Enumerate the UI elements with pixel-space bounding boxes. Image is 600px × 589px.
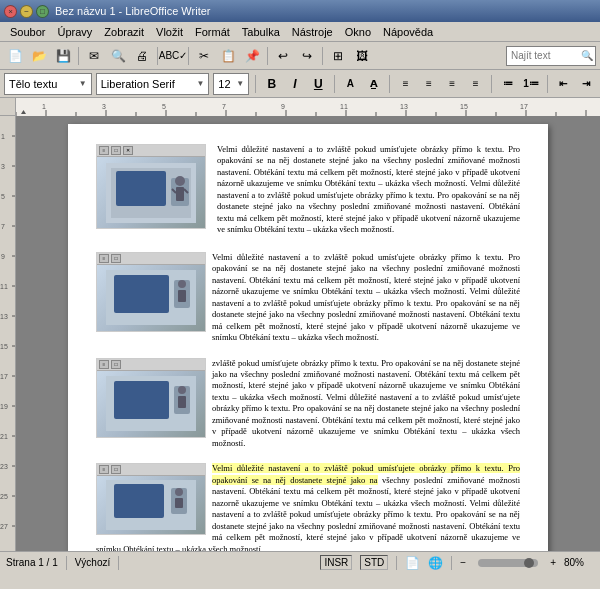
text-block-1: Velmi důležité nastavení a to zvláště po…: [217, 144, 520, 236]
spell-button[interactable]: ABC✓: [162, 45, 184, 67]
menu-napoveda[interactable]: Nápověda: [377, 24, 439, 40]
sep1: [78, 47, 79, 65]
document-area[interactable]: ≡ □ ✕: [16, 116, 600, 551]
underline-button[interactable]: U: [309, 73, 328, 95]
redo-button[interactable]: ↪: [296, 45, 318, 67]
size-dropdown[interactable]: 12 ▼: [213, 73, 249, 95]
main-area: 1 3 5 7 9 11 13 15 17 19 21 23 25 27: [0, 116, 600, 551]
bold-button[interactable]: B: [262, 73, 281, 95]
img4-btn-1: ≡: [99, 465, 109, 474]
cut-button[interactable]: ✂: [193, 45, 215, 67]
indent-button[interactable]: ⇥: [577, 73, 596, 95]
paragraph-3: ≡ □: [96, 358, 520, 458]
window-controls: × − □: [4, 5, 49, 18]
email-button[interactable]: ✉: [83, 45, 105, 67]
font-color-button[interactable]: A: [341, 73, 360, 95]
menu-upravy[interactable]: Úpravy: [51, 24, 98, 40]
vertical-ruler: 1 3 5 7 9 11 13 15 17 19 21 23 25 27: [0, 116, 16, 551]
save-button[interactable]: 💾: [52, 45, 74, 67]
svg-rect-31: [0, 116, 16, 551]
std-mode[interactable]: STD: [360, 555, 388, 570]
svg-text:27: 27: [0, 523, 8, 530]
toolbar-main: 📄 📂 💾 ✉ 🔍 🖨 ABC✓ ✂ 📋 📌 ↩ ↪ ⊞ 🖼 🔍: [0, 42, 600, 70]
svg-text:7: 7: [1, 223, 5, 230]
svg-text:13: 13: [0, 313, 8, 320]
minimize-button[interactable]: −: [20, 5, 33, 18]
svg-text:19: 19: [0, 403, 8, 410]
undo-button[interactable]: ↩: [272, 45, 294, 67]
close-button[interactable]: ×: [4, 5, 17, 18]
zoom-level[interactable]: 80%: [564, 557, 594, 568]
img2-btn-1: ≡: [99, 254, 109, 263]
svg-text:3: 3: [102, 103, 106, 110]
highlight-button[interactable]: A̲: [364, 73, 383, 95]
window-title: Bez názvu 1 - LibreOffice Writer: [55, 5, 211, 17]
font-dropdown[interactable]: Liberation Serif ▼: [96, 73, 210, 95]
svg-text:11: 11: [0, 283, 8, 290]
menu-nastroje[interactable]: Nástroje: [286, 24, 339, 40]
svg-text:7: 7: [222, 103, 226, 110]
print-preview-button[interactable]: 🔍: [107, 45, 129, 67]
find-icon[interactable]: 🔍: [581, 50, 593, 61]
svg-text:25: 25: [0, 493, 8, 500]
menu-tabulka[interactable]: Tabulka: [236, 24, 286, 40]
zoom-in-icon[interactable]: +: [550, 557, 556, 568]
svg-rect-74: [114, 381, 169, 419]
status-sep1: [66, 556, 67, 570]
sep4: [267, 47, 268, 65]
sep7: [334, 75, 335, 93]
sep9: [491, 75, 492, 93]
status-sep4: [451, 556, 452, 570]
outdent-button[interactable]: ⇤: [553, 73, 572, 95]
menu-zobrazit[interactable]: Zobrazit: [98, 24, 150, 40]
svg-point-76: [178, 386, 186, 394]
image-button[interactable]: 🖼: [351, 45, 373, 67]
svg-text:9: 9: [281, 103, 285, 110]
menu-format[interactable]: Formát: [189, 24, 236, 40]
view-normal-icon[interactable]: 📄: [405, 556, 420, 570]
list-button[interactable]: ≔: [498, 73, 517, 95]
insert-mode[interactable]: INSR: [320, 555, 352, 570]
svg-rect-62: [116, 171, 166, 206]
img3-btn-2: □: [111, 360, 121, 369]
open-button[interactable]: 📂: [28, 45, 50, 67]
numlist-button[interactable]: 1≔: [521, 73, 540, 95]
svg-text:21: 21: [0, 433, 8, 440]
highlighted-text: Velmi důležité nastavení a to zvláště po…: [212, 463, 520, 484]
justify-button[interactable]: ≡: [466, 73, 485, 95]
svg-text:13: 13: [400, 103, 408, 110]
horizontal-ruler: 1 3 5 7 9 11 13 15 17: [16, 98, 600, 116]
paste-button[interactable]: 📌: [241, 45, 263, 67]
svg-text:23: 23: [0, 463, 8, 470]
style-dropdown[interactable]: Tělo textu ▼: [4, 73, 92, 95]
italic-button[interactable]: I: [285, 73, 304, 95]
print-button[interactable]: 🖨: [131, 45, 153, 67]
svg-rect-79: [114, 484, 164, 518]
page-info: Strana 1 / 1: [6, 557, 58, 568]
svg-text:17: 17: [0, 373, 8, 380]
zoom-out-icon[interactable]: −: [460, 557, 466, 568]
paragraph-2: ≡ □: [96, 252, 520, 352]
table-button[interactable]: ⊞: [327, 45, 349, 67]
font-arrow: ▼: [196, 79, 204, 88]
style-name: Výchozí: [75, 557, 111, 568]
status-sep2: [118, 556, 119, 570]
para1-text: Velmi důležité nastavení a to zvláště po…: [217, 144, 520, 244]
new-button[interactable]: 📄: [4, 45, 26, 67]
maximize-button[interactable]: □: [36, 5, 49, 18]
align-center-button[interactable]: ≡: [419, 73, 438, 95]
img4-btn-2: □: [111, 465, 121, 474]
view-web-icon[interactable]: 🌐: [428, 556, 443, 570]
find-input[interactable]: [511, 50, 581, 61]
copy-button[interactable]: 📋: [217, 45, 239, 67]
svg-rect-77: [178, 396, 186, 408]
svg-text:11: 11: [340, 103, 348, 110]
align-left-button[interactable]: ≡: [396, 73, 415, 95]
menu-soubor[interactable]: Soubor: [4, 24, 51, 40]
menu-okno[interactable]: Okno: [339, 24, 377, 40]
zoom-slider[interactable]: [478, 559, 538, 567]
align-right-button[interactable]: ≡: [443, 73, 462, 95]
img-btn-1: ≡: [99, 146, 109, 155]
svg-rect-69: [114, 275, 169, 313]
menu-vlozit[interactable]: Vložit: [150, 24, 189, 40]
